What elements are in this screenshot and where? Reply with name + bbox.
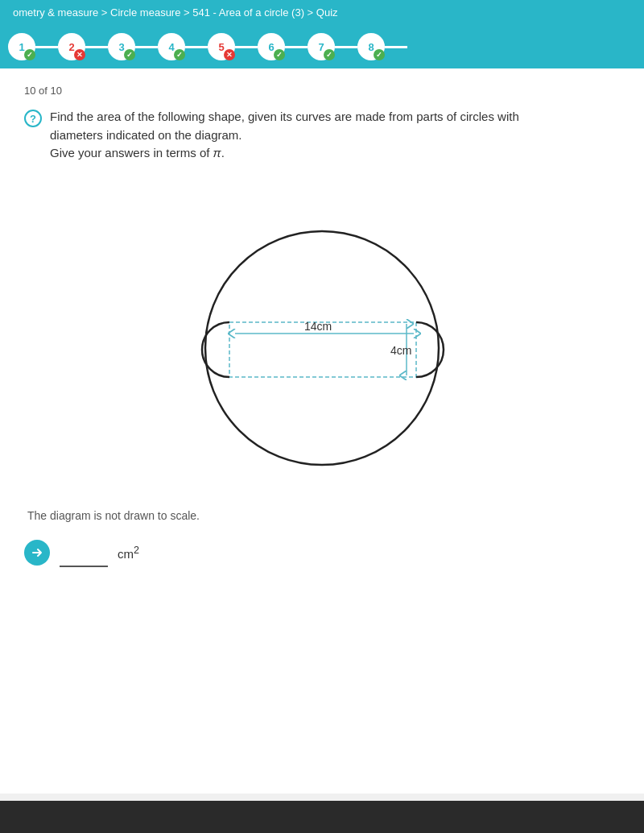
progress-item-4[interactable]: 4 ✓ — [158, 33, 185, 60]
connector-7-8 — [335, 46, 357, 48]
diagram-svg: 14cm 4cm — [185, 179, 459, 485]
connector-5-6 — [235, 46, 258, 48]
unit-label: cm2 — [118, 545, 139, 561]
question-line1: Find the area of the following shape, gi… — [50, 110, 519, 123]
progress-item-3[interactable]: 3 ✓ — [108, 33, 135, 60]
progress-num-6: 6 — [268, 41, 274, 53]
check-7: ✓ — [324, 49, 335, 60]
connector-8-end — [385, 46, 407, 48]
question-line3: Give your answers in terms of π. — [50, 146, 225, 160]
svg-text:4cm: 4cm — [390, 344, 411, 357]
progress-num-3: 3 — [118, 41, 124, 53]
progress-item-6[interactable]: 6 ✓ — [258, 33, 285, 60]
progress-item-7[interactable]: 7 ✓ — [308, 33, 335, 60]
check-3: ✓ — [124, 49, 135, 60]
x-5: ✕ — [224, 49, 235, 60]
svg-text:14cm: 14cm — [304, 320, 332, 333]
bottom-bar — [0, 801, 644, 833]
progress-circle-6[interactable]: 6 ✓ — [258, 33, 285, 60]
question-area: ? Find the area of the following shape, … — [24, 108, 620, 163]
progress-item-5[interactable]: 5 ✕ — [208, 33, 235, 60]
progress-circle-7[interactable]: 7 ✓ — [308, 33, 335, 60]
progress-num-2: 2 — [68, 41, 74, 53]
question-line2: diameters indicated on the diagram. — [50, 128, 242, 142]
connector-6-7 — [285, 46, 308, 48]
x-2: ✕ — [74, 49, 85, 60]
answer-row: cm2 — [24, 538, 620, 567]
progress-num-5: 5 — [218, 41, 224, 53]
progress-bar: 1 ✓ 2 ✕ 3 ✓ 4 ✓ 5 ✕ 6 ✓ — [0, 25, 644, 68]
check-4: ✓ — [174, 49, 185, 60]
progress-item-8[interactable]: 8 ✓ — [357, 33, 385, 60]
connector-3-4 — [135, 46, 158, 48]
progress-item-2[interactable]: 2 ✕ — [58, 33, 85, 60]
connector-4-5 — [185, 46, 208, 48]
check-8: ✓ — [374, 49, 385, 60]
check-6: ✓ — [274, 49, 285, 60]
question-text: Find the area of the following shape, gi… — [50, 108, 519, 163]
check-1: ✓ — [24, 49, 35, 60]
breadcrumb-text: ometry & measure > Circle measure > 541 … — [13, 6, 338, 19]
progress-circle-2[interactable]: 2 ✕ — [58, 33, 85, 60]
diagram-container: 14cm 4cm — [24, 179, 620, 485]
not-to-scale-text: The diagram is not drawn to scale. — [27, 509, 620, 522]
progress-num-7: 7 — [318, 41, 324, 53]
progress-num-4: 4 — [168, 41, 174, 53]
breadcrumb-bar: ometry & measure > Circle measure > 541 … — [0, 0, 644, 25]
progress-num-8: 8 — [368, 41, 374, 53]
answer-input[interactable] — [60, 538, 108, 567]
main-content: 10 of 10 ? Find the area of the followin… — [0, 68, 644, 794]
progress-circle-4[interactable]: 4 ✓ — [158, 33, 185, 60]
submit-arrow-button[interactable] — [24, 540, 50, 566]
progress-circle-3[interactable]: 3 ✓ — [108, 33, 135, 60]
question-help-icon[interactable]: ? — [24, 110, 42, 127]
arrow-right-icon — [31, 546, 43, 559]
progress-circle-5[interactable]: 5 ✕ — [208, 33, 235, 60]
progress-circle-1[interactable]: 1 ✓ — [8, 33, 35, 60]
progress-circle-8[interactable]: 8 ✓ — [357, 33, 385, 60]
progress-num-1: 1 — [19, 41, 24, 53]
connector-2-3 — [85, 46, 108, 48]
progress-item-1[interactable]: 1 ✓ — [8, 33, 35, 60]
question-counter: 10 of 10 — [24, 85, 620, 97]
connector-1-2 — [35, 46, 58, 48]
